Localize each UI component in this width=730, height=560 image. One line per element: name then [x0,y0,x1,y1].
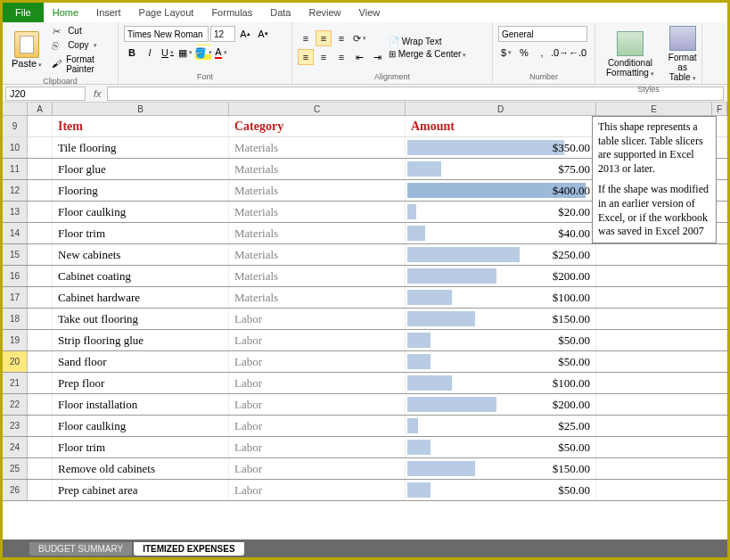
row-number[interactable]: 16 [3,266,28,286]
cell-category[interactable]: Materials [229,137,406,158]
cell-category[interactable]: Materials [229,159,406,179]
cell[interactable] [28,416,53,436]
cell-item[interactable]: Sand floor [53,351,229,372]
cell-amount[interactable]: $20.00 [406,202,596,222]
cell[interactable] [28,244,53,265]
fill-color-button[interactable]: 🪣 [195,45,211,61]
cell-item[interactable]: Tile flooring [53,137,229,158]
row-number[interactable]: 19 [3,330,28,350]
cell-item[interactable]: Floor trim [53,223,229,243]
col-header-d[interactable]: D [406,103,596,115]
tab-home[interactable]: Home [44,4,87,21]
cell-item[interactable]: Remove old cabinets [53,458,229,479]
cell-amount[interactable]: $25.00 [406,416,596,436]
cell[interactable] [28,458,53,479]
cell-item[interactable]: Floor installation [53,394,229,415]
font-size-select[interactable] [210,26,235,42]
col-header-e[interactable]: E [596,103,712,115]
cell-item[interactable]: Take out flooring [53,309,229,329]
tab-pagelayout[interactable]: Page Layout [130,4,203,21]
conditional-formatting-button[interactable]: Conditional Formatting [601,29,660,79]
col-header-f[interactable]: F [712,103,727,115]
cell[interactable] [596,458,727,479]
tab-review[interactable]: Review [299,4,349,21]
italic-button[interactable]: I [142,45,158,61]
font-color-button[interactable]: A [213,45,229,61]
cell-item[interactable]: Prep cabinet area [53,480,229,500]
name-box[interactable] [5,86,86,101]
cell[interactable] [596,351,727,372]
cell-amount[interactable]: $250.00 [406,244,596,265]
row-number[interactable]: 13 [3,202,28,222]
cell[interactable] [28,480,53,500]
row-number[interactable]: 18 [3,309,28,329]
align-center-button[interactable]: ≡ [316,49,332,65]
paste-button[interactable]: Paste [8,29,45,70]
cell-item[interactable]: Floor glue [53,159,229,179]
row-number[interactable]: 20 [3,351,28,372]
cell[interactable] [28,223,53,243]
cell[interactable] [596,373,727,393]
currency-button[interactable]: $ [498,45,514,61]
cell-amount[interactable]: $75.00 [406,159,596,179]
row-number[interactable]: 10 [3,137,28,158]
row-number[interactable]: 26 [3,480,28,500]
cut-button[interactable]: Cut [49,24,112,37]
cell[interactable] [596,480,727,500]
decrease-indent-button[interactable]: ⇤ [351,49,367,65]
col-header-c[interactable]: C [229,103,406,115]
cell[interactable] [596,266,727,286]
cell-item[interactable]: Strip flooring glue [53,330,229,350]
align-left-button[interactable]: ≡ [298,49,314,65]
cell-category[interactable]: Labor [229,480,406,500]
cell[interactable] [28,287,53,308]
copy-button[interactable]: Copy [49,38,112,52]
align-middle-button[interactable]: ≡ [316,30,332,46]
cell-amount[interactable]: $50.00 [406,330,596,350]
row-number[interactable]: 15 [3,244,28,265]
cell-category[interactable]: Labor [229,458,406,479]
cell[interactable] [28,180,53,201]
align-bottom-button[interactable]: ≡ [333,30,349,46]
cell-category[interactable]: Labor [229,416,406,436]
cell[interactable] [28,116,53,136]
cell-amount[interactable]: $350.00 [406,137,596,158]
cell-amount[interactable]: $100.00 [406,287,596,308]
tab-view[interactable]: View [350,4,390,21]
cell[interactable] [28,394,53,415]
row-number[interactable]: 17 [3,287,28,308]
cell-category[interactable]: Labor [229,373,406,393]
percent-button[interactable]: % [516,45,532,61]
cell-category[interactable]: Materials [229,202,406,222]
cell-item[interactable]: Floor caulking [53,202,229,222]
cell-amount[interactable]: $150.00 [406,458,596,479]
orientation-button[interactable]: ⟳ [351,30,367,46]
cell[interactable] [596,437,727,457]
align-top-button[interactable]: ≡ [298,30,314,46]
row-number[interactable]: 14 [3,223,28,243]
cell[interactable] [596,330,727,350]
number-format-select[interactable] [498,26,587,42]
tab-data[interactable]: Data [261,4,299,21]
cell[interactable] [596,416,727,436]
cell-item[interactable]: Item [53,116,229,136]
cell-category[interactable]: Labor [229,351,406,372]
cell-amount[interactable]: $50.00 [406,480,596,500]
cell[interactable] [28,266,53,286]
cell-category[interactable]: Materials [229,180,406,201]
increase-indent-button[interactable]: ⇥ [369,49,385,65]
row-number[interactable]: 11 [3,159,28,179]
tab-formulas[interactable]: Formulas [202,4,261,21]
cell-amount[interactable]: $150.00 [406,309,596,329]
cell[interactable] [28,159,53,179]
cell-item[interactable]: New cabinets [53,244,229,265]
font-name-select[interactable] [124,26,209,42]
row-number[interactable]: 25 [3,458,28,479]
cell-amount[interactable]: $200.00 [406,266,596,286]
cell[interactable] [28,309,53,329]
increase-decimal-button[interactable]: .0→ [552,45,568,61]
increase-font-button[interactable]: A▴ [237,26,253,42]
cell-item[interactable]: Cabinet coating [53,266,229,286]
cell-amount[interactable]: $200.00 [406,394,596,415]
fx-icon[interactable]: fx [88,88,107,99]
